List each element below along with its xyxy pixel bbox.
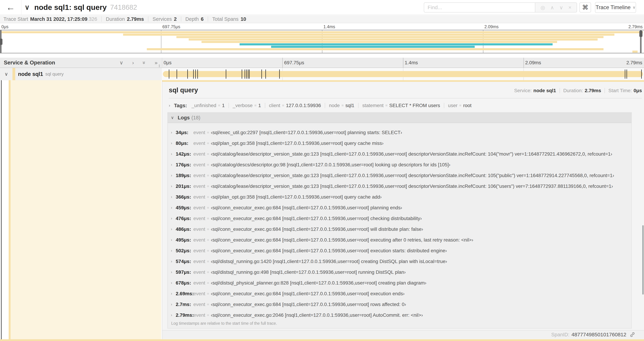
trace-minimap[interactable] (0, 30, 644, 53)
log-entry-row[interactable]: ›495μs:event=‹sql/conn_executor_exec.go:… (168, 235, 631, 245)
log-expand-chevron-icon[interactable]: › (171, 141, 176, 146)
deep-link-icon[interactable] (630, 332, 635, 337)
keyboard-shortcuts-button[interactable]: ⌘ (580, 3, 591, 13)
tag-item[interactable]: statement=SELECT * FROM users (362, 103, 440, 108)
log-marker-tick[interactable] (169, 70, 169, 79)
log-expand-chevron-icon[interactable]: › (171, 270, 176, 274)
ruler-tick-label: 697.75μs (284, 60, 304, 66)
find-suffix: ◎ ∧ ∨ × (535, 3, 577, 13)
tag-item[interactable]: node=sql1 (329, 103, 354, 108)
log-expand-chevron-icon[interactable]: › (171, 130, 176, 135)
log-expand-chevron-icon[interactable]: › (171, 313, 176, 317)
log-expand-chevron-icon[interactable]: › (171, 173, 176, 178)
log-marker-tick[interactable] (242, 70, 242, 79)
log-entry-row[interactable]: ›486μs:event=‹sql/conn_executor_exec.go:… (168, 224, 631, 235)
log-timestamp: 189μs: (176, 173, 191, 178)
log-marker-tick[interactable] (226, 70, 226, 79)
log-entry-row[interactable]: ›597μs:event=‹sql/distsql_running.go:498… (168, 267, 631, 278)
trace-view-select[interactable]: Trace Timeline ∨ (595, 2, 636, 13)
find-input[interactable] (424, 3, 535, 13)
logs-header[interactable]: ∨ Logs (18) (168, 113, 631, 123)
collapse-trace-chevron-icon[interactable]: ∨ (24, 0, 30, 15)
log-expand-chevron-icon[interactable]: › (171, 227, 176, 231)
tags-row[interactable]: › Tags: _unfinished=1_verbose=1client=12… (169, 101, 472, 110)
span-row-name-cell[interactable]: ∨ node sql1 sql query (0, 68, 162, 80)
log-expand-chevron-icon[interactable]: › (171, 291, 176, 296)
log-marker-tick[interactable] (246, 70, 247, 79)
span-row[interactable]: ∨ node sql1 sql query (0, 68, 644, 80)
log-marker-tick[interactable] (187, 70, 188, 79)
collapse-one-icon[interactable]: ∨ (120, 60, 123, 66)
log-entry-row[interactable]: ›80μs:event=‹sql/plan_opt.go:358 [nsql1,… (168, 138, 631, 149)
log-expand-chevron-icon[interactable]: › (171, 281, 176, 285)
minimap-span-bar (1, 31, 642, 33)
log-expand-chevron-icon[interactable]: › (171, 238, 176, 242)
tag-separator (265, 103, 265, 108)
back-arrow-icon[interactable]: ← (3, 0, 18, 15)
log-marker-tick[interactable] (625, 70, 625, 79)
minimap-left-drag-knob[interactable] (0, 39, 2, 45)
span-row-timeline-cell[interactable] (162, 68, 644, 80)
log-key: event (193, 141, 205, 146)
log-entry-row[interactable]: ›459μs:event=‹sql/conn_executor_exec.go:… (168, 202, 631, 213)
log-entry-row[interactable]: ›2.69ms:event=‹sql/conn_executor_exec.go… (168, 288, 631, 299)
log-entry-row[interactable]: ›574μs:event=‹sql/distsql_running.go:142… (168, 256, 631, 267)
info-label: Services (152, 16, 172, 22)
tag-item[interactable]: user=root (448, 103, 472, 108)
log-equals: = (207, 173, 209, 178)
tags-expand-chevron-icon[interactable]: › (169, 103, 170, 108)
log-entry-row[interactable]: ›176μs:event=‹sql/catalog/descs/descript… (168, 159, 631, 170)
log-expand-chevron-icon[interactable]: › (171, 152, 176, 156)
log-entry-row[interactable]: ›678μs:event=‹sql/distsql_physical_plann… (168, 278, 631, 288)
log-entry-row[interactable]: ›502μs:event=‹sql/conn_executor_exec.go:… (168, 245, 631, 256)
log-marker-tick[interactable] (244, 70, 245, 79)
logs-collapse-chevron-icon[interactable]: ∨ (171, 115, 174, 120)
log-entry-row[interactable]: ›2.79ms:event=‹sql/conn_executor_exec.go… (168, 310, 631, 320)
tag-item[interactable]: _unfinished=1 (192, 103, 225, 108)
log-expand-chevron-icon[interactable]: › (171, 259, 176, 264)
log-expand-chevron-icon[interactable]: › (171, 302, 176, 307)
tag-item[interactable]: client=127.0.0.1:59936 (269, 103, 321, 108)
log-marker-tick[interactable] (266, 70, 266, 79)
tag-key: user (448, 103, 458, 108)
log-marker-tick[interactable] (193, 70, 194, 79)
log-marker-tick[interactable] (248, 70, 248, 79)
next-match-icon[interactable]: ∨ (559, 5, 563, 11)
log-marker-tick[interactable] (249, 70, 250, 79)
prev-match-icon[interactable]: ∧ (550, 5, 554, 11)
log-marker-tick[interactable] (195, 70, 196, 79)
log-equals: = (207, 249, 209, 253)
log-key: event (193, 205, 205, 210)
log-marker-tick[interactable] (279, 70, 280, 79)
clear-find-icon[interactable]: × (568, 5, 572, 11)
log-expand-chevron-icon[interactable]: › (171, 248, 176, 253)
scrollbar-thumb[interactable] (642, 225, 644, 294)
log-expand-chevron-icon[interactable]: › (171, 195, 176, 199)
log-entry-row[interactable]: ›366μs:event=‹sql/plan_opt.go:358 [nsql1… (168, 192, 631, 202)
log-entry-row[interactable]: ›34μs:event=‹sql/exec_util.go:2297 [nsql… (168, 127, 631, 138)
log-expand-chevron-icon[interactable]: › (171, 216, 176, 221)
tag-item[interactable]: _verbose=1 (233, 103, 261, 108)
meta-separator (560, 88, 560, 93)
log-marker-tick[interactable] (641, 70, 642, 79)
log-expand-chevron-icon[interactable]: › (171, 184, 176, 189)
minimap-right-drag-knob[interactable] (639, 31, 642, 37)
log-marker-tick[interactable] (262, 70, 262, 79)
log-entry-row[interactable]: ›142μs:event=‹sql/catalog/lease/descript… (168, 149, 631, 159)
expand-all-icon[interactable]: » (154, 60, 158, 66)
collapse-all-icon[interactable]: » (141, 61, 147, 64)
log-marker-tick[interactable] (626, 70, 627, 79)
log-expand-chevron-icon[interactable]: › (171, 163, 176, 167)
log-entry-row[interactable]: ›2.7ms:event=‹sql/conn_executor_exec.go:… (168, 299, 631, 310)
log-expand-chevron-icon[interactable]: › (171, 205, 176, 210)
log-entry-row[interactable]: ›476μs:event=‹sql/conn_executor_exec.go:… (168, 213, 631, 224)
span-duration-bar[interactable] (163, 71, 643, 77)
splitter-grip[interactable]: ‖ (158, 64, 160, 68)
log-entry-row[interactable]: ›189μs:event=‹sql/catalog/lease/descript… (168, 170, 631, 181)
locate-icon[interactable]: ◎ (540, 5, 545, 11)
log-marker-tick[interactable] (197, 70, 198, 79)
expand-one-icon[interactable]: › (132, 60, 134, 66)
span-collapse-chevron-icon[interactable]: ∨ (4, 68, 8, 80)
log-marker-tick[interactable] (176, 70, 177, 79)
log-entry-row[interactable]: ›201μs:event=‹sql/catalog/lease/descript… (168, 181, 631, 192)
